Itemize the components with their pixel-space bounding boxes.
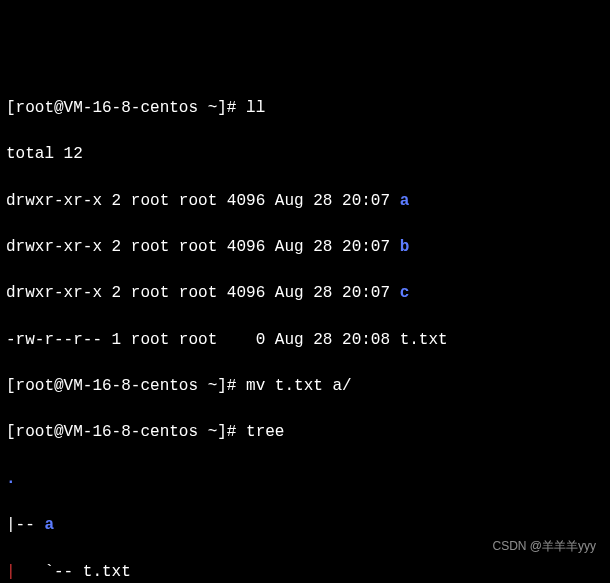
tree-dot: . [6, 468, 604, 491]
command-mv1: mv t.txt a/ [246, 377, 352, 395]
ll-perms: drwxr-xr-x 2 root root 4096 Aug 28 20:07 [6, 284, 400, 302]
prompt-line[interactable]: [root@VM-16-8-centos ~]# ll [6, 97, 604, 120]
dir-c: c [400, 284, 410, 302]
ll-perms: drwxr-xr-x 2 root root 4096 Aug 28 20:07 [6, 238, 400, 256]
prompt-line[interactable]: [root@VM-16-8-centos ~]# mv t.txt a/ [6, 375, 604, 398]
watermark: CSDN @羊羊羊yyy [492, 538, 596, 555]
ll-row: drwxr-xr-x 2 root root 4096 Aug 28 20:07… [6, 282, 604, 305]
prompt-line[interactable]: [root@VM-16-8-centos ~]# tree [6, 421, 604, 444]
tree-line: |-- a [6, 514, 604, 537]
dir-b: b [400, 238, 410, 256]
ll-row: drwxr-xr-x 2 root root 4096 Aug 28 20:07… [6, 236, 604, 259]
prompt: [root@VM-16-8-centos ~]# [6, 377, 236, 395]
ll-row: drwxr-xr-x 2 root root 4096 Aug 28 20:07… [6, 190, 604, 213]
ll-total: total 12 [6, 143, 604, 166]
prompt: [root@VM-16-8-centos ~]# [6, 99, 236, 117]
prompt: [root@VM-16-8-centos ~]# [6, 423, 236, 441]
command-ll: ll [246, 99, 265, 117]
ll-perms: drwxr-xr-x 2 root root 4096 Aug 28 20:07 [6, 192, 400, 210]
dir-a: a [400, 192, 410, 210]
ll-row: -rw-r--r-- 1 root root 0 Aug 28 20:08 t.… [6, 329, 604, 352]
command-tree1: tree [246, 423, 284, 441]
tree-line: | `-- t.txt [6, 561, 604, 584]
